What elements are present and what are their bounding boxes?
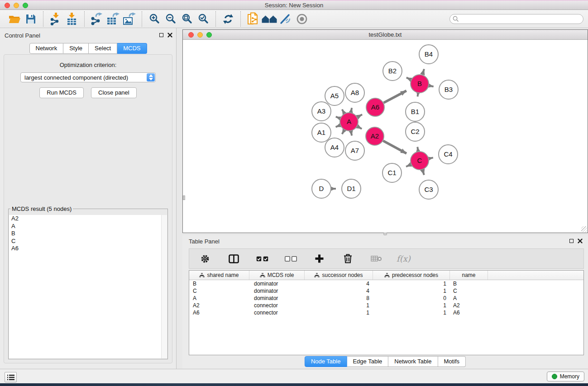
column-header-predecessor-nodes[interactable]: predecessor nodes: [373, 271, 450, 280]
table-row[interactable]: A6connector11A6: [189, 309, 583, 316]
graph-edge-A-A3[interactable]: [336, 117, 340, 119]
export-table-button[interactable]: [105, 11, 121, 27]
import-table-button[interactable]: [64, 11, 80, 27]
graph-edge-B-B4[interactable]: [422, 69, 424, 74]
export-image-button[interactable]: [121, 11, 138, 27]
network-from-file-button[interactable]: [245, 11, 261, 27]
graph-node-B1[interactable]: B1: [406, 102, 425, 121]
table-row[interactable]: A2connector11A2: [189, 302, 583, 309]
graph-edge-A-A5[interactable]: [342, 110, 344, 114]
graph-edge-C-C2[interactable]: [417, 147, 418, 152]
delete-column-button[interactable]: [339, 251, 356, 267]
show-details-button[interactable]: [294, 11, 310, 27]
graph-edge-B-B3[interactable]: [429, 86, 434, 86]
graph-node-A4[interactable]: A4: [325, 138, 344, 157]
mcds-result-list[interactable]: A2 A B C A6: [9, 215, 167, 358]
float-panel-icon[interactable]: [569, 239, 574, 243]
tab-select[interactable]: Select: [89, 43, 117, 54]
column-header-shared-name[interactable]: shared name: [189, 271, 249, 280]
deselect-all-columns-button[interactable]: [282, 251, 299, 267]
delete-table-button[interactable]: [368, 251, 384, 267]
graph-node-D[interactable]: D: [312, 179, 331, 198]
graph-edge-B-B2[interactable]: [406, 77, 411, 80]
table-settings-button[interactable]: [197, 251, 213, 267]
tab-motifs[interactable]: Motifs: [438, 356, 466, 367]
graph-edge-B-B1[interactable]: [417, 93, 418, 97]
result-item[interactable]: A2: [9, 215, 167, 223]
result-item[interactable]: B: [9, 230, 167, 238]
hide-graphics-details-button[interactable]: [277, 11, 294, 27]
graph-edge-A-A7[interactable]: [351, 131, 352, 136]
zoom-selected-button[interactable]: [195, 11, 211, 27]
tab-edge-table[interactable]: Edge Table: [347, 356, 388, 367]
graph-node-B3[interactable]: B3: [439, 80, 458, 99]
column-header-successor-nodes[interactable]: successor nodes: [305, 271, 373, 280]
close-panel-button[interactable]: Close panel: [91, 87, 137, 98]
tab-network-table[interactable]: Network Table: [388, 356, 438, 367]
tab-node-table[interactable]: Node Table: [305, 356, 347, 367]
criterion-select[interactable]: largest connected component (directed): [20, 72, 156, 82]
result-item[interactable]: A: [9, 223, 167, 230]
table-row[interactable]: Cdominator41C: [189, 287, 583, 295]
graph-node-A[interactable]: A: [340, 113, 358, 131]
graph-node-C2[interactable]: C2: [406, 122, 425, 141]
graph-node-A8[interactable]: A8: [345, 83, 364, 102]
tab-style[interactable]: Style: [63, 43, 89, 54]
select-all-columns-button[interactable]: [254, 251, 270, 267]
graph-node-A2[interactable]: A2: [366, 127, 384, 145]
home-button[interactable]: [261, 11, 277, 27]
run-mcds-button[interactable]: Run MCDS: [39, 87, 84, 98]
graph-edge-C-C1[interactable]: [406, 164, 411, 167]
graph-edge-A-A2[interactable]: [357, 126, 362, 129]
graph-edge-A2-C[interactable]: [383, 141, 406, 153]
open-session-button[interactable]: [6, 11, 23, 27]
table-row[interactable]: Adominator80A: [189, 295, 583, 302]
function-builder-button[interactable]: f(x): [397, 254, 411, 263]
graph-node-B2[interactable]: B2: [383, 62, 402, 81]
close-panel-icon[interactable]: [167, 33, 172, 38]
export-network-button[interactable]: [89, 11, 105, 27]
result-item[interactable]: C: [9, 238, 167, 245]
save-session-button[interactable]: [23, 11, 39, 27]
graph-node-D1[interactable]: D1: [342, 179, 361, 198]
graph-edge-A6-B[interactable]: [384, 91, 406, 103]
column-header-mcds-role[interactable]: MCDS role: [249, 271, 305, 280]
memory-button[interactable]: Memory: [547, 372, 584, 381]
canvas-handle[interactable]: [183, 195, 185, 200]
graph-edge-A-A1[interactable]: [336, 125, 340, 127]
split-columns-button[interactable]: [225, 251, 242, 267]
graph-node-C1[interactable]: C1: [382, 163, 402, 182]
tab-mcds[interactable]: MCDS: [117, 43, 147, 54]
import-network-button[interactable]: [48, 11, 64, 27]
resize-grip[interactable]: [581, 226, 587, 232]
network-canvas[interactable]: AA1A2A3A4A5A6A7A8BB1B2B3B4CC1C2C3C4DD1: [183, 40, 588, 233]
graph-edge-A-A8[interactable]: [351, 108, 352, 112]
graph-node-C4[interactable]: C4: [439, 145, 458, 164]
float-panel-icon[interactable]: [159, 33, 163, 37]
zoom-fit-button[interactable]: [179, 11, 195, 27]
graph-node-A6[interactable]: A6: [366, 98, 384, 116]
column-header-name[interactable]: name: [450, 271, 488, 280]
graph-node-B4[interactable]: B4: [419, 45, 438, 64]
search-input[interactable]: [449, 14, 583, 24]
tab-network[interactable]: Network: [29, 43, 63, 54]
add-column-button[interactable]: [311, 251, 327, 267]
graph-node-C3[interactable]: C3: [419, 180, 438, 199]
table-row[interactable]: Bdominator41B: [189, 280, 583, 287]
graph-edge-A-A6[interactable]: [357, 114, 362, 117]
graph-edge-C-C4[interactable]: [429, 157, 433, 158]
graph-node-A3[interactable]: A3: [312, 102, 331, 121]
result-item[interactable]: A6: [9, 245, 167, 253]
graph-edge-C-C3[interactable]: [422, 170, 424, 175]
result-scrollbar[interactable]: [161, 215, 167, 358]
graph-node-A5[interactable]: A5: [325, 86, 344, 105]
graph-node-A1[interactable]: A1: [312, 123, 331, 142]
task-history-button[interactable]: [5, 372, 17, 382]
graph-node-A7[interactable]: A7: [345, 141, 364, 160]
graph-node-C[interactable]: C: [411, 152, 429, 170]
refresh-button[interactable]: [220, 11, 236, 27]
zoom-out-button[interactable]: [163, 11, 179, 27]
close-panel-icon[interactable]: [578, 238, 583, 243]
graph-edge-A-A4[interactable]: [342, 130, 344, 134]
zoom-in-button[interactable]: [146, 11, 163, 27]
